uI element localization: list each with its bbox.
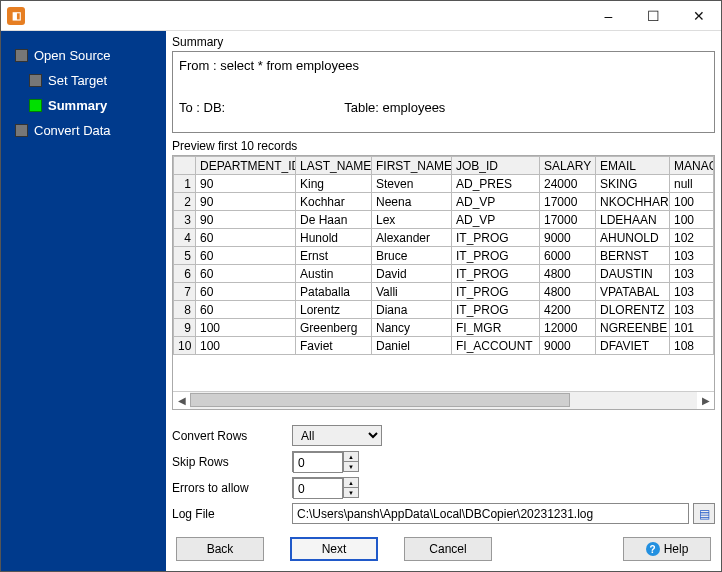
table-cell[interactable]: Bruce — [372, 247, 452, 265]
table-cell[interactable]: 108 — [670, 337, 714, 355]
table-cell[interactable]: 60 — [196, 301, 296, 319]
table-cell[interactable]: IT_PROG — [452, 265, 540, 283]
table-cell[interactable]: 90 — [196, 193, 296, 211]
table-cell[interactable]: IT_PROG — [452, 283, 540, 301]
table-cell[interactable]: 90 — [196, 175, 296, 193]
table-cell[interactable]: 101 — [670, 319, 714, 337]
table-cell[interactable]: King — [296, 175, 372, 193]
table-row[interactable]: 290KochharNeenaAD_VP17000NKOCHHAR100 — [174, 193, 714, 211]
table-cell[interactable]: 60 — [196, 229, 296, 247]
table-cell[interactable]: Valli — [372, 283, 452, 301]
table-row[interactable]: 460HunoldAlexanderIT_PROG9000AHUNOLD102 — [174, 229, 714, 247]
cancel-button[interactable]: Cancel — [404, 537, 492, 561]
minimize-button[interactable]: – — [586, 1, 631, 30]
table-cell[interactable]: SKING — [596, 175, 670, 193]
table-cell[interactable]: 103 — [670, 283, 714, 301]
preview-table[interactable]: DEPARTMENT_IDLAST_NAMEFIRST_NAMEJOB_IDSA… — [173, 156, 714, 355]
table-cell[interactable]: 103 — [670, 265, 714, 283]
sidebar-item-open-source[interactable]: Open Source — [1, 43, 166, 68]
table-cell[interactable]: AD_VP — [452, 211, 540, 229]
table-cell[interactable]: Daniel — [372, 337, 452, 355]
table-cell[interactable]: De Haan — [296, 211, 372, 229]
table-row[interactable]: 190KingStevenAD_PRES24000SKINGnull — [174, 175, 714, 193]
close-button[interactable]: ✕ — [676, 1, 721, 30]
table-cell[interactable]: 17000 — [540, 211, 596, 229]
table-cell[interactable]: NGREENBE — [596, 319, 670, 337]
table-cell[interactable]: Alexander — [372, 229, 452, 247]
table-cell[interactable]: Kochhar — [296, 193, 372, 211]
table-row[interactable]: 560ErnstBruceIT_PROG6000BERNST103 — [174, 247, 714, 265]
table-cell[interactable]: null — [670, 175, 714, 193]
table-cell[interactable]: 100 — [196, 319, 296, 337]
table-cell[interactable]: FI_ACCOUNT — [452, 337, 540, 355]
column-header[interactable]: JOB_ID — [452, 157, 540, 175]
skip-rows-input[interactable] — [293, 452, 343, 473]
table-cell[interactable]: Austin — [296, 265, 372, 283]
table-cell[interactable]: IT_PROG — [452, 301, 540, 319]
spin-down-icon[interactable]: ▼ — [344, 488, 358, 497]
table-row[interactable]: 760PataballaValliIT_PROG4800VPATABAL103 — [174, 283, 714, 301]
table-cell[interactable]: Diana — [372, 301, 452, 319]
table-cell[interactable]: NKOCHHAR — [596, 193, 670, 211]
scroll-left-arrow-icon[interactable]: ◀ — [173, 392, 190, 409]
table-cell[interactable]: AD_PRES — [452, 175, 540, 193]
table-cell[interactable]: 100 — [670, 211, 714, 229]
sidebar-item-convert-data[interactable]: Convert Data — [1, 118, 166, 143]
sidebar-item-summary[interactable]: Summary — [1, 93, 166, 118]
table-cell[interactable]: VPATABAL — [596, 283, 670, 301]
table-cell[interactable]: 9000 — [540, 229, 596, 247]
table-cell[interactable]: 6000 — [540, 247, 596, 265]
scroll-thumb[interactable] — [190, 393, 570, 407]
horizontal-scrollbar[interactable]: ◀ ▶ — [173, 391, 714, 409]
table-cell[interactable]: Ernst — [296, 247, 372, 265]
table-cell[interactable]: 102 — [670, 229, 714, 247]
table-cell[interactable]: 4800 — [540, 283, 596, 301]
table-cell[interactable]: IT_PROG — [452, 247, 540, 265]
table-cell[interactable]: AD_VP — [452, 193, 540, 211]
column-header[interactable]: MANAG — [670, 157, 714, 175]
table-cell[interactable]: Pataballa — [296, 283, 372, 301]
column-header[interactable]: DEPARTMENT_ID — [196, 157, 296, 175]
convert-rows-select[interactable]: All — [292, 425, 382, 446]
table-cell[interactable]: Greenberg — [296, 319, 372, 337]
table-cell[interactable]: Hunold — [296, 229, 372, 247]
table-cell[interactable]: Lex — [372, 211, 452, 229]
table-cell[interactable]: 60 — [196, 247, 296, 265]
table-cell[interactable]: DLORENTZ — [596, 301, 670, 319]
table-row[interactable]: 860LorentzDianaIT_PROG4200DLORENTZ103 — [174, 301, 714, 319]
maximize-button[interactable]: ☐ — [631, 1, 676, 30]
back-button[interactable]: Back — [176, 537, 264, 561]
table-cell[interactable]: 4200 — [540, 301, 596, 319]
table-cell[interactable]: 60 — [196, 265, 296, 283]
table-cell[interactable]: LDEHAAN — [596, 211, 670, 229]
table-cell[interactable]: BERNST — [596, 247, 670, 265]
table-cell[interactable]: AHUNOLD — [596, 229, 670, 247]
table-cell[interactable]: DAUSTIN — [596, 265, 670, 283]
table-cell[interactable]: 4800 — [540, 265, 596, 283]
scroll-right-arrow-icon[interactable]: ▶ — [697, 392, 714, 409]
table-cell[interactable]: David — [372, 265, 452, 283]
table-cell[interactable]: 60 — [196, 283, 296, 301]
table-cell[interactable]: FI_MGR — [452, 319, 540, 337]
browse-logfile-button[interactable]: ▤ — [693, 503, 715, 524]
help-button[interactable]: ? Help — [623, 537, 711, 561]
table-cell[interactable]: 100 — [670, 193, 714, 211]
table-cell[interactable]: Faviet — [296, 337, 372, 355]
table-cell[interactable]: 12000 — [540, 319, 596, 337]
table-cell[interactable]: 103 — [670, 301, 714, 319]
table-row[interactable]: 9100GreenbergNancyFI_MGR12000NGREENBE101 — [174, 319, 714, 337]
spin-up-icon[interactable]: ▲ — [344, 478, 358, 488]
table-cell[interactable]: Nancy — [372, 319, 452, 337]
table-cell[interactable]: 24000 — [540, 175, 596, 193]
column-header[interactable]: EMAIL — [596, 157, 670, 175]
errors-allow-stepper[interactable]: ▲▼ — [292, 477, 359, 498]
errors-allow-input[interactable] — [293, 478, 343, 499]
table-cell[interactable]: 17000 — [540, 193, 596, 211]
table-cell[interactable]: 100 — [196, 337, 296, 355]
table-cell[interactable]: 9000 — [540, 337, 596, 355]
sidebar-item-set-target[interactable]: Set Target — [1, 68, 166, 93]
table-cell[interactable]: Steven — [372, 175, 452, 193]
skip-rows-stepper[interactable]: ▲▼ — [292, 451, 359, 472]
table-cell[interactable]: 90 — [196, 211, 296, 229]
spin-down-icon[interactable]: ▼ — [344, 462, 358, 471]
